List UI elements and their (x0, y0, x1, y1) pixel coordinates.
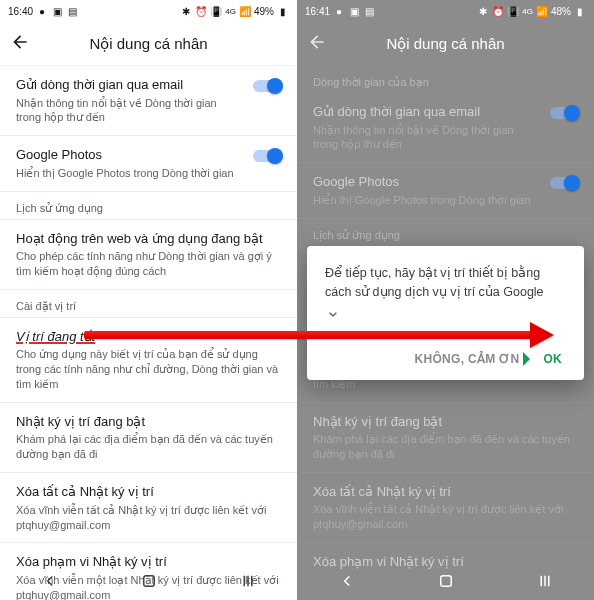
status-bar: 16:41 ● ▣ ▤ ✱ ⏰ 📳 4G 📶 48% ▮ (297, 0, 594, 22)
row-subtitle: Xóa vĩnh viễn tất cả Nhật ký vị trí được… (16, 503, 281, 533)
section-header-app-history: Lịch sử ứng dụng (0, 192, 297, 219)
row-subtitle: Cho phép các tính năng như Dòng thời gia… (16, 249, 281, 279)
alarm-icon: ⏰ (195, 5, 207, 17)
battery-icon: ▮ (574, 5, 586, 17)
status-time: 16:40 (8, 6, 33, 17)
row-title: Gửi dòng thời gian qua email (16, 76, 241, 94)
dialog-positive-button[interactable]: OK (539, 346, 566, 372)
row-google-photos[interactable]: Google Photos Hiển thị Google Photos tro… (0, 136, 297, 190)
dialog-message: Để tiếp tục, hãy bật vị trí thiết bị bằn… (325, 264, 566, 302)
row-google-photos[interactable]: Google Photos Hiển thị Google Photos tro… (297, 163, 594, 217)
row-title: Nhật ký vị trí đang bật (16, 413, 281, 431)
battery-icon: ▮ (277, 5, 289, 17)
arrow-left-icon (10, 32, 30, 52)
battery-label: 48% (551, 6, 571, 17)
nav-home-button[interactable] (436, 571, 456, 591)
row-location-history[interactable]: Nhật ký vị trí đang bật Khám phá lại các… (297, 403, 594, 472)
row-title: Vị trí đang tắt (16, 328, 281, 346)
row-delete-all-history[interactable]: Xóa tất cả Nhật ký vị trí Xóa vĩnh viễn … (297, 473, 594, 542)
chevron-down-icon (325, 306, 341, 322)
nav-recents-button[interactable] (535, 571, 555, 591)
toggle-email-timeline[interactable] (550, 105, 580, 121)
row-location-off[interactable]: Vị trí đang tắt Cho ứng dụng này biết vị… (0, 318, 297, 402)
nav-back-button[interactable] (337, 571, 357, 591)
toggle-email-timeline[interactable] (253, 78, 283, 94)
network-label: 4G (522, 7, 533, 16)
section-header-location: Cài đặt vị trí (0, 290, 297, 317)
row-subtitle: Nhận thông tin nổi bật về Dòng thời gian… (313, 123, 538, 153)
app-icon: ▣ (348, 5, 360, 17)
section-header-app-history: Lịch sử ứng dụng (297, 219, 594, 246)
app-bar: Nội dung cá nhân (0, 22, 297, 66)
row-subtitle: Xóa vĩnh viễn tất cả Nhật ký vị trí được… (313, 502, 578, 532)
back-button[interactable] (307, 32, 327, 56)
app-bar: Nội dung cá nhân (297, 22, 594, 66)
android-navbar (0, 562, 297, 600)
bluetooth-icon: ✱ (477, 5, 489, 17)
back-button[interactable] (10, 32, 30, 56)
signal-icon: 📶 (239, 5, 251, 17)
svg-rect-0 (143, 576, 154, 587)
status-time: 16:41 (305, 6, 330, 17)
android-navbar (297, 562, 594, 600)
app-icon: ▤ (363, 5, 375, 17)
row-title: Google Photos (16, 146, 241, 164)
settings-list: Gửi dòng thời gian qua email Nhận thông … (0, 66, 297, 600)
signal-icon: 📶 (536, 5, 548, 17)
nav-home-button[interactable] (139, 571, 159, 591)
row-title: Google Photos (313, 173, 538, 191)
svg-rect-1 (440, 576, 451, 587)
messenger-icon: ● (36, 5, 48, 17)
messenger-icon: ● (333, 5, 345, 17)
vibrate-icon: 📳 (210, 5, 222, 17)
row-title: Xóa tất cả Nhật ký vị trí (313, 483, 578, 501)
row-subtitle: Khám phá lại các địa điểm bạn đã đến và … (16, 432, 281, 462)
dialog-negative-button[interactable]: KHÔNG, CẢM ƠN (410, 346, 523, 372)
row-title: Nhật ký vị trí đang bật (313, 413, 578, 431)
network-label: 4G (225, 7, 236, 16)
row-location-history[interactable]: Nhật ký vị trí đang bật Khám phá lại các… (0, 403, 297, 472)
row-subtitle: Khám phá lại các địa điểm bạn đã đến và … (313, 432, 578, 462)
section-header-timeline: Dòng thời gian của bạn (297, 66, 594, 93)
vibrate-icon: 📳 (507, 5, 519, 17)
row-web-app-activity[interactable]: Hoạt động trên web và ứng dụng đang bật … (0, 220, 297, 289)
row-subtitle: Nhận thông tin nổi bật về Dòng thời gian… (16, 96, 241, 126)
row-email-timeline[interactable]: Gửi dòng thời gian qua email Nhận thông … (0, 66, 297, 135)
row-title: Gửi dòng thời gian qua email (313, 103, 538, 121)
location-permission-dialog: Để tiếp tục, hãy bật vị trí thiết bị bằn… (307, 246, 584, 380)
nav-recents-button[interactable] (238, 571, 258, 591)
row-title: Xóa tất cả Nhật ký vị trí (16, 483, 281, 501)
toggle-google-photos[interactable] (550, 175, 580, 191)
toggle-google-photos[interactable] (253, 148, 283, 164)
nav-back-button[interactable] (40, 571, 60, 591)
dialog-actions: KHÔNG, CẢM ƠN OK (325, 346, 566, 372)
row-delete-all-history[interactable]: Xóa tất cả Nhật ký vị trí Xóa vĩnh viễn … (0, 473, 297, 542)
bluetooth-icon: ✱ (180, 5, 192, 17)
right-screenshot: 16:41 ● ▣ ▤ ✱ ⏰ 📳 4G 📶 48% ▮ Nội dung cá… (297, 0, 594, 600)
row-subtitle: Hiển thị Google Photos trong Dòng thời g… (16, 166, 241, 181)
app-icon: ▣ (51, 5, 63, 17)
battery-label: 49% (254, 6, 274, 17)
page-title: Nội dung cá nhân (386, 35, 504, 53)
row-title: Hoạt động trên web và ứng dụng đang bật (16, 230, 281, 248)
alarm-icon: ⏰ (492, 5, 504, 17)
arrow-left-icon (307, 32, 327, 52)
status-bar: 16:40 ● ▣ ▤ ✱ ⏰ 📳 4G 📶 49% ▮ (0, 0, 297, 22)
row-email-timeline[interactable]: Gửi dòng thời gian qua email Nhận thông … (297, 93, 594, 162)
left-screenshot: 16:40 ● ▣ ▤ ✱ ⏰ 📳 4G 📶 49% ▮ Nội dung cá… (0, 0, 297, 600)
expand-button[interactable] (325, 306, 566, 326)
page-title: Nội dung cá nhân (89, 35, 207, 53)
row-subtitle: Cho ứng dụng này biết vị trí của bạn để … (16, 347, 281, 392)
row-subtitle: Hiển thị Google Photos trong Dòng thời g… (313, 193, 538, 208)
app-icon: ▤ (66, 5, 78, 17)
